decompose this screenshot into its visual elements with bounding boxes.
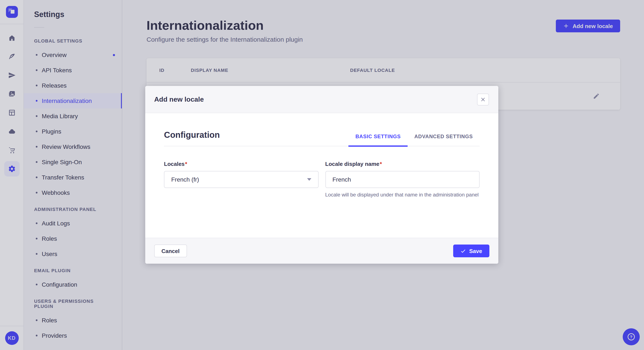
required-asterisk: * [185,161,187,167]
modal-title: Add new locale [154,95,204,103]
tab-advanced-settings[interactable]: ADVANCED SETTINGS [408,131,480,146]
display-name-label: Locale display name* [325,161,382,167]
close-icon [480,97,486,102]
add-locale-modal: Add new locale Configuration BASIC SETTI… [145,86,498,264]
display-name-input[interactable] [325,171,480,188]
tab-basic-settings[interactable]: BASIC SETTINGS [348,131,408,146]
locales-field: Locales* French (fr) [164,160,318,198]
cancel-button[interactable]: Cancel [154,245,187,257]
locales-label: Locales* [164,161,187,167]
settings-tabs: BASIC SETTINGS ADVANCED SETTINGS [348,131,480,146]
chevron-down-icon [307,178,311,181]
required-asterisk: * [380,161,382,167]
modal-body: Configuration BASIC SETTINGS ADVANCED SE… [145,113,498,238]
modal-footer: Cancel Save [145,238,498,264]
locales-select[interactable]: French (fr) [164,171,318,188]
modal-header: Add new locale [145,86,498,113]
display-name-hint: Locale will be displayed under that name… [325,191,480,198]
save-button[interactable]: Save [453,245,490,257]
close-button[interactable] [477,93,489,105]
configuration-heading: Configuration [164,130,220,146]
app-root: KD Settings GLOBAL SETTINGS Overview API… [0,0,644,350]
display-name-field: Locale display name* Locale will be disp… [325,160,480,198]
locales-select-value: French (fr) [171,176,199,183]
check-icon [460,248,466,254]
